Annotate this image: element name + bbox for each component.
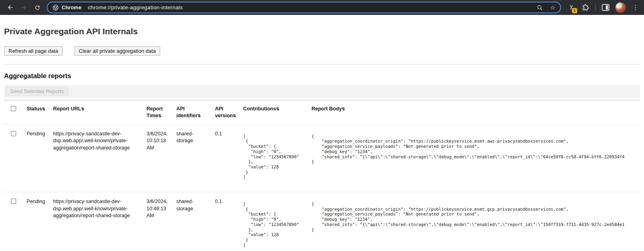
header-contributions[interactable]: Contributions⇅ <box>240 100 308 124</box>
table-row: Pending https://privacy-sandcastle-dev-d… <box>4 192 640 251</box>
cell-contributions: [ { "bucket": { "high": "0", "low": "123… <box>243 201 305 247</box>
chip-label: Chrome <box>62 4 81 10</box>
cell-status: Pending <box>23 192 50 251</box>
cell-report-body: { "aggregation_coordinator_origin": "htt… <box>312 201 637 232</box>
row-checkbox[interactable] <box>11 131 16 136</box>
cell-report-time: 3/6/2024, 10:49:13 AM <box>143 192 173 251</box>
url-scheme-chip: Chrome <box>52 4 81 11</box>
refresh-all-button[interactable]: Refresh all page data <box>4 46 63 56</box>
send-selected-reports-button[interactable]: Send Selected Reports <box>6 87 68 96</box>
aggregatable-reports-table: Status⇅ Report URL⇅ Report Time⇅ API ide… <box>4 100 640 251</box>
header-report-url[interactable]: Report URL⇅ <box>50 100 143 124</box>
extension-badge: 1 <box>572 8 578 14</box>
browser-toolbar: Chrome chrome://private-aggregation-inte… <box>0 0 644 15</box>
profile-avatar[interactable] <box>615 2 626 13</box>
header-api-version[interactable]: API version⇅ <box>212 100 240 124</box>
sort-icon: ⇅ <box>342 107 345 111</box>
reload-button[interactable] <box>31 2 43 14</box>
cell-report-body: { "aggregation_coordinator_origin": "htt… <box>312 134 637 164</box>
table-actions-bar: Send Selected Reports <box>4 85 640 97</box>
forward-arrow-icon <box>21 4 27 11</box>
header-report-body[interactable]: Report Body⇅ <box>308 100 640 124</box>
bookmark-star-icon[interactable]: ☆ <box>550 4 555 11</box>
cell-report-url: https://privacy-sandcastle-dev-dsp.web.a… <box>50 192 143 251</box>
extension-scissors-button[interactable]: ✂ 1 <box>567 3 576 12</box>
cell-report-url: https://privacy-sandcastle-dev-dsp.web.a… <box>50 124 143 192</box>
select-all-checkbox[interactable] <box>11 106 16 111</box>
sort-icon: ⇅ <box>158 114 161 118</box>
sort-icon: ⇅ <box>42 107 45 111</box>
omnibox[interactable]: Chrome chrome://private-aggregation-inte… <box>47 2 561 13</box>
page-content: Private Aggregation API Internals Refres… <box>0 27 644 251</box>
cell-contributions: [ { "bucket": { "high": "0", "low": "123… <box>243 134 305 180</box>
header-report-time[interactable]: Report Time⇅ <box>143 100 173 124</box>
cell-api-version: 0.1 <box>212 192 240 251</box>
cell-api-identifier: shared-storage <box>173 192 212 251</box>
sort-icon: ⇅ <box>198 114 201 118</box>
back-button[interactable] <box>4 2 16 14</box>
clear-all-button[interactable]: Clear all private aggregation data <box>74 46 161 56</box>
sort-icon: ⇅ <box>81 107 84 111</box>
toolbar-separator <box>595 4 596 11</box>
cell-api-version: 0.1 <box>212 124 240 192</box>
zoom-search-icon[interactable] <box>537 4 543 11</box>
reload-icon <box>34 4 41 11</box>
cell-api-identifier: shared-storage <box>173 124 212 192</box>
section-divider <box>4 64 640 64</box>
cell-report-time: 3/6/2024, 10:10:18 AM <box>143 124 173 192</box>
side-panel-icon[interactable] <box>602 4 609 11</box>
table-row: Pending https://privacy-sandcastle-dev-d… <box>4 124 640 192</box>
row-checkbox[interactable] <box>11 199 16 204</box>
browser-menu-icon[interactable]: ⋮ <box>632 4 639 11</box>
page-title: Private Aggregation API Internals <box>4 27 640 36</box>
sort-icon: ⇅ <box>276 107 279 111</box>
url-text[interactable]: chrome://private-aggregation-internals <box>88 4 531 10</box>
extensions-puzzle-icon[interactable] <box>582 4 589 11</box>
back-arrow-icon <box>7 4 14 11</box>
forward-button[interactable] <box>18 2 30 14</box>
header-status[interactable]: Status⇅ <box>23 100 50 124</box>
table-header-row: Status⇅ Report URL⇅ Report Time⇅ API ide… <box>4 100 640 124</box>
cell-status: Pending <box>23 124 50 192</box>
reports-heading: Aggregatable reports <box>4 72 640 80</box>
header-api-identifier[interactable]: API identifier⇅ <box>173 100 212 124</box>
sort-icon: ⇅ <box>233 114 236 118</box>
chrome-logo-icon <box>52 4 59 11</box>
